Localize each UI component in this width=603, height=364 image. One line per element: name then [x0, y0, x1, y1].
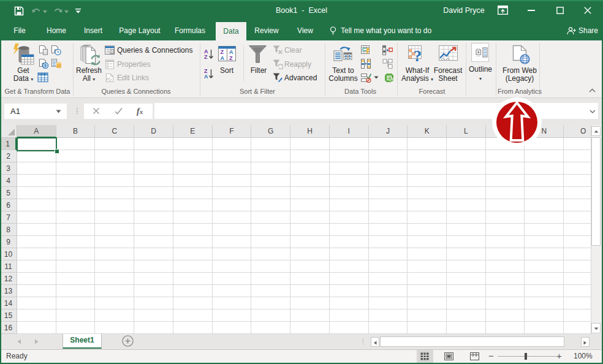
- svg-text:?: ?: [414, 47, 422, 64]
- svg-text:A: A: [229, 49, 233, 55]
- svg-text:Z: Z: [204, 54, 208, 60]
- svg-text:A: A: [204, 74, 208, 80]
- svg-text:Z: Z: [229, 55, 233, 61]
- svg-text:Z: Z: [221, 49, 224, 55]
- svg-text:A: A: [221, 55, 225, 61]
